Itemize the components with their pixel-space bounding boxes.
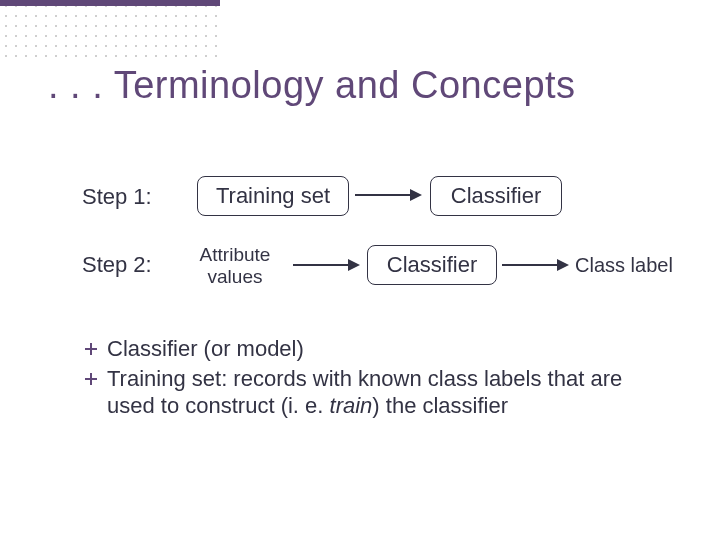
bullet-list: Classifier (or model) Training set: reco… bbox=[85, 335, 665, 422]
bullet-2-italic: train bbox=[330, 393, 373, 418]
class-label-text: Class label bbox=[575, 254, 673, 277]
box-classifier-step2: Classifier bbox=[367, 245, 497, 285]
box-classifier-step2-text: Classifier bbox=[387, 252, 477, 278]
box-classifier-step1: Classifier bbox=[430, 176, 562, 216]
arrow-icon bbox=[502, 259, 569, 271]
attribute-line2: values bbox=[208, 266, 263, 287]
bullet-2-text: Training set: records with known class l… bbox=[107, 365, 665, 420]
box-classifier-step1-text: Classifier bbox=[451, 183, 541, 209]
decor-top-bar bbox=[0, 0, 220, 6]
diamond-bullet-icon bbox=[85, 343, 97, 355]
step2-label: Step 2: bbox=[82, 252, 152, 278]
step1-label: Step 1: bbox=[82, 184, 152, 210]
box-training-set-text: Training set bbox=[216, 183, 330, 209]
decor-dot-grid bbox=[0, 0, 220, 60]
attribute-values-text: Attribute values bbox=[180, 244, 290, 288]
attribute-line1: Attribute bbox=[200, 244, 271, 265]
box-training-set: Training set bbox=[197, 176, 349, 216]
bullet-2-part2: ) the classifier bbox=[372, 393, 508, 418]
list-item: Training set: records with known class l… bbox=[85, 365, 665, 420]
bullet-1-text: Classifier (or model) bbox=[107, 335, 304, 363]
arrow-icon bbox=[355, 189, 422, 201]
list-item: Classifier (or model) bbox=[85, 335, 665, 363]
arrow-icon bbox=[293, 259, 360, 271]
diamond-bullet-icon bbox=[85, 373, 97, 385]
slide-title: . . . Terminology and Concepts bbox=[48, 64, 576, 107]
